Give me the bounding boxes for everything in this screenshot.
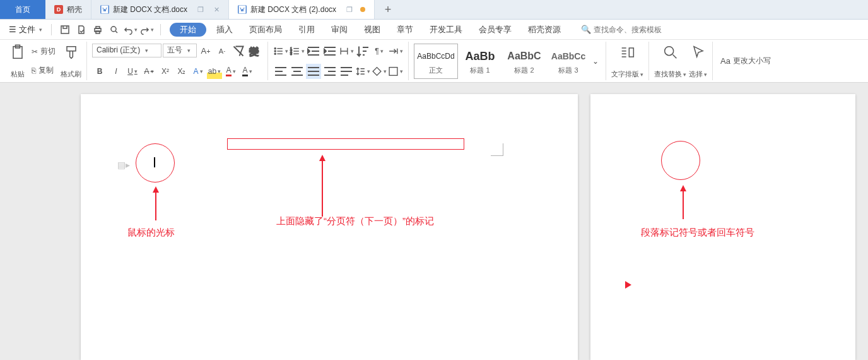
ribbon-tab-member[interactable]: 会员专享 (472, 24, 518, 35)
underline-button[interactable]: U▾ (125, 64, 140, 79)
font-color-button[interactable]: A▾ (223, 64, 238, 79)
tab-shell[interactable]: D 稻壳 (45, 0, 91, 19)
clear-format-button[interactable] (231, 44, 246, 59)
shell-icon: D (54, 5, 63, 14)
tab-home[interactable]: 首页 (0, 0, 45, 19)
format-painter-button[interactable]: 格式刷 (61, 44, 81, 79)
bullets-button[interactable]: ▾ (273, 44, 288, 59)
svg-point-17 (664, 46, 673, 55)
style-normal[interactable]: AaBbCcDd 正文 (414, 44, 458, 79)
italic-button[interactable]: I (108, 64, 124, 79)
ribbon-tab-start[interactable]: 开始 (170, 23, 206, 37)
sort-button[interactable] (355, 44, 370, 59)
new-tab-button[interactable]: + (375, 0, 401, 19)
copy-label: 复制 (38, 65, 54, 76)
annotation-circle-paramark (661, 141, 700, 180)
change-case-label: 更改大小写 (733, 56, 771, 66)
paste-button[interactable]: 粘贴 (9, 44, 26, 79)
numbering-button[interactable]: 123▾ (290, 44, 305, 59)
distribute-button[interactable] (339, 64, 354, 79)
svg-point-12 (274, 53, 276, 54)
page-2[interactable]: 段落标记符号或者回车符号 (590, 94, 855, 360)
styles-expand-button[interactable]: ⌄ (590, 54, 601, 69)
bold-button[interactable]: B (92, 64, 107, 79)
tab-minimize-icon[interactable]: ❐ (346, 6, 353, 14)
annotation-arrow (153, 186, 159, 220)
shading-button[interactable]: ▾ (372, 64, 387, 79)
svg-point-11 (274, 50, 276, 51)
asian-layout-button[interactable]: ▾ (339, 44, 354, 59)
tab-close-icon[interactable]: ✕ (214, 6, 220, 14)
show-marks-button[interactable]: ¶▾ (372, 44, 387, 59)
ribbon-tab-resources[interactable]: 稻壳资源 (522, 24, 567, 35)
annotation-arrow (680, 185, 686, 219)
style-heading3[interactable]: AaBbCc 标题 3 (546, 44, 590, 79)
cut-label: 剪切 (40, 46, 56, 57)
file-menu-button[interactable]: ☰ 文件 ▾ (6, 23, 45, 37)
change-case-button[interactable]: Aa 更改大小写 (718, 54, 773, 68)
decrease-indent-button[interactable] (306, 44, 321, 59)
align-justify-button[interactable] (306, 64, 321, 79)
separator (160, 24, 161, 35)
highlight-button[interactable]: ab▾ (207, 64, 222, 79)
chevron-down-icon: ▾ (39, 27, 42, 33)
paste-label: 粘贴 (11, 69, 25, 79)
paste-icon (9, 44, 26, 61)
subscript-button[interactable]: X₂ (174, 64, 189, 79)
group-paragraph: ▾ 123▾ ▾ ¶▾ ▾ ▾ ▾ ▾ (268, 42, 409, 80)
find-replace-button[interactable]: 查找替换▾ (654, 44, 686, 79)
margin-corner-icon (488, 141, 503, 156)
tab-minimize-icon[interactable]: ❐ (197, 6, 204, 14)
text-effects-button[interactable]: A▾ (191, 64, 206, 79)
ribbon-tab-section[interactable]: 章节 (390, 24, 419, 35)
title-bar: 首页 D 稻壳 新建 DOCX 文档.docx ❐ ✕ 新建 DOCX 文档 (… (0, 0, 868, 20)
tab-doc-1[interactable]: 新建 DOCX 文档.docx ❐ ✕ (91, 0, 229, 19)
svg-point-10 (274, 47, 276, 49)
command-search-input[interactable] (594, 25, 682, 34)
ribbon-tab-review[interactable]: 审阅 (325, 24, 354, 35)
style-heading2[interactable]: AaBbC 标题 2 (502, 44, 546, 79)
ribbon-tab-references[interactable]: 引用 (292, 24, 321, 35)
undo-button[interactable]: ▾ (124, 23, 138, 37)
group-clipboard: 粘贴 ✂ 剪切 ⎘ 复制 格式刷 (4, 42, 87, 80)
style-preview: AaBbCc (551, 47, 585, 66)
annotation-rect-pagebreak (227, 138, 464, 150)
save-button[interactable] (58, 23, 72, 37)
group-styles: AaBbCcDd 正文 AaBb 标题 1 AaBbC 标题 2 AaBbCc … (409, 42, 606, 80)
copy-button[interactable]: ⎘ 复制 (29, 64, 58, 78)
ribbon-tab-devtools[interactable]: 开发工具 (423, 24, 469, 35)
text-cursor (154, 157, 155, 167)
cut-button[interactable]: ✂ 剪切 (29, 45, 58, 59)
ribbon-tab-pagelayout[interactable]: 页面布局 (243, 24, 288, 35)
strikethrough-button[interactable]: A▾ (141, 64, 156, 79)
font-size-select[interactable]: 五号▾ (163, 44, 197, 57)
style-heading1[interactable]: AaBb 标题 1 (458, 44, 502, 79)
menu-bar: ☰ 文件 ▾ ▾ ▾ 开始 插入 页面布局 引用 审阅 视图 章节 开发工具 会… (0, 20, 868, 40)
align-center-button[interactable] (290, 64, 305, 79)
export-button[interactable] (74, 23, 88, 37)
increase-indent-button[interactable] (322, 44, 337, 59)
tab-doc-2[interactable]: 新建 DOCX 文档 (2).docx ❐ (229, 0, 375, 19)
grow-font-button[interactable]: A+ (198, 44, 213, 59)
line-spacing-button[interactable]: ▾ (355, 64, 370, 79)
ribbon-tab-insert[interactable]: 插入 (210, 24, 239, 35)
annotation-text-pagebreak: 上面隐藏了“分页符（下一页）”的标记 (276, 215, 434, 227)
align-left-button[interactable] (273, 64, 288, 79)
phonetic-guide-button[interactable]: 變 (247, 44, 262, 59)
print-preview-button[interactable] (107, 23, 121, 37)
superscript-button[interactable]: X² (158, 64, 173, 79)
borders-button[interactable]: ▾ (388, 64, 403, 79)
align-right-button[interactable] (322, 64, 337, 79)
select-button[interactable]: 选择▾ (689, 44, 707, 79)
change-case-icon: Aa (720, 56, 730, 66)
redo-button[interactable]: ▾ (140, 23, 154, 37)
shrink-font-button[interactable]: A- (214, 44, 230, 59)
print-button[interactable] (91, 23, 105, 37)
ribbon-tab-view[interactable]: 视图 (358, 24, 387, 35)
char-shading-button[interactable]: A▾ (240, 64, 255, 79)
command-search[interactable]: 🔍 (581, 25, 682, 34)
page-1[interactable]: ▤▸ 鼠标的光标 上面隐藏了“分页符（下一页）”的标记 (81, 94, 578, 360)
text-layout-button[interactable]: 文字排版▾ (611, 44, 643, 79)
font-family-select[interactable]: Calibri (正文)▾ (92, 44, 161, 57)
tabs-button[interactable]: ▾ (388, 44, 403, 59)
